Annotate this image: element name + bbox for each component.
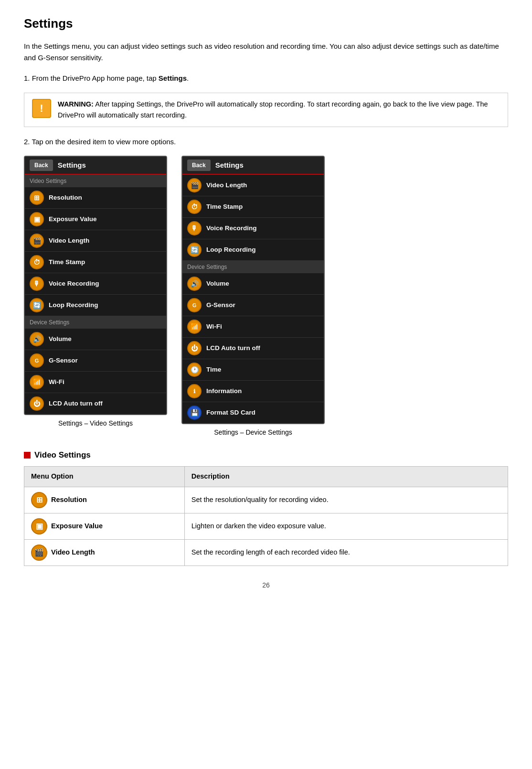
menu-item-volume-left[interactable]: 🔊 Volume [25,329,166,350]
video-length-label: Video Length [51,547,95,558]
loop-icon-right: 🔄 [187,243,202,257]
menu-item-voice[interactable]: 🎙 Voice Recording [25,273,166,295]
menu-item-wifi-left[interactable]: 📶 Wi-Fi [25,372,166,393]
menu-item-exposure[interactable]: ▣ Exposure Value [25,209,166,230]
menu-label-gsensor-right: G-Sensor [206,300,235,310]
menu-label-volume-left: Volume [49,334,72,344]
menu-label-exposure: Exposure Value [49,214,97,224]
menu-item-voice-right[interactable]: 🎙 Voice Recording [182,218,324,239]
device-screen-left: Back Settings Video Settings ⊞ Resolutio… [24,156,167,415]
menu-label-format-sd: Format SD Card [206,408,255,417]
exposure-icon: ▣ [30,212,44,226]
screen-title-left: Settings [58,160,86,171]
section-label-video: Video Settings [25,175,166,187]
menu-item-lcd-right[interactable]: ⏻ LCD Auto turn off [182,338,324,359]
lcd-icon-left: ⏻ [30,396,44,411]
device-screen-right: Back Settings 🎬 Video Length ⏱ Time Stam… [181,156,325,424]
menu-label-video-length-right: Video Length [206,181,247,190]
page-title: Settings [24,14,508,33]
exposure-table-icon: ▣ [31,518,47,534]
menu-item-information-right[interactable]: ℹ Information [182,381,324,402]
table-cell-exposure: ▣ Exposure Value [31,518,178,534]
video-length-table-icon: 🎬 [31,545,47,561]
red-square-icon [24,452,31,459]
video-length-icon-right: 🎬 [187,178,202,192]
step-2: 2. Tap on the desired item to view more … [24,137,508,148]
menu-label-volume-right: Volume [206,279,229,288]
caption-left: Settings – Video Settings [58,418,133,428]
table-cell-resolution: ⊞ Resolution [31,492,178,508]
table-row-exposure: ▣ Exposure Value Lighten or darken the v… [24,513,508,539]
screenshots-row: Back Settings Video Settings ⊞ Resolutio… [24,156,508,438]
timestamp-icon: ⏱ [30,255,44,269]
step-1: 1. From the DrivePro App home page, tap … [24,73,508,84]
menu-label-loop-right: Loop Recording [206,245,256,255]
menu-label-resolution: Resolution [49,193,82,203]
menu-label-time-right: Time [206,365,221,374]
back-button-left[interactable]: Back [30,160,53,171]
section-label-device-right: Device Settings [182,261,324,273]
menu-label-wifi-right: Wi-Fi [206,322,222,331]
video-settings-heading: Video Settings [24,449,508,461]
menu-label-video-length: Video Length [49,236,89,246]
time-icon-right: 🕐 [187,363,202,377]
menu-item-resolution[interactable]: ⊞ Resolution [25,187,166,209]
screenshot-video-settings: Back Settings Video Settings ⊞ Resolutio… [24,156,167,438]
loop-icon: 🔄 [30,298,44,312]
menu-label-gsensor-left: G-Sensor [49,356,78,365]
menu-item-time-right[interactable]: 🕐 Time [182,359,324,381]
screen-header-left: Back Settings [25,157,166,175]
exposure-label: Exposure Value [51,521,103,532]
video-length-description: Set the recording length of each recorde… [184,539,508,566]
table-cell-video-length: 🎬 Video Length [31,545,178,561]
intro-text: In the Settings menu, you can adjust vid… [24,41,508,64]
resolution-description: Set the resolution/quality for recording… [184,487,508,513]
screenshot-device-settings: Back Settings 🎬 Video Length ⏱ Time Stam… [181,156,325,438]
voice-icon: 🎙 [30,277,44,291]
menu-label-lcd-left: LCD Auto turn off [49,399,103,408]
menu-label-lcd-right: LCD Auto turn off [206,343,260,353]
menu-label-timestamp: Time Stamp [49,257,85,267]
format-sd-icon: 💾 [187,406,202,420]
timestamp-icon-right: ⏱ [187,200,202,214]
menu-label-voice: Voice Recording [49,279,99,288]
exposure-description: Lighten or darken the video exposure val… [184,513,508,539]
menu-label-wifi-left: Wi-Fi [49,377,64,387]
volume-icon-left: 🔊 [30,332,44,346]
menu-label-loop: Loop Recording [49,300,98,310]
settings-table: Menu Option Description ⊞ Resolution Set… [24,466,508,566]
gsensor-icon-right: G [187,298,202,312]
menu-item-gsensor-right[interactable]: G G-Sensor [182,295,324,316]
menu-item-timestamp[interactable]: ⏱ Time Stamp [25,252,166,273]
menu-label-voice-right: Voice Recording [206,224,257,233]
volume-icon-right: 🔊 [187,277,202,291]
voice-icon-right: 🎙 [187,221,202,235]
resolution-label: Resolution [51,495,87,505]
menu-item-volume-right[interactable]: 🔊 Volume [182,273,324,295]
section-label-device-left: Device Settings [25,316,166,329]
information-icon-right: ℹ [187,384,202,398]
menu-label-timestamp-right: Time Stamp [206,202,243,212]
menu-item-loop[interactable]: 🔄 Loop Recording [25,295,166,316]
wifi-icon-left: 📶 [30,375,44,389]
menu-item-gsensor-left[interactable]: G G-Sensor [25,350,166,372]
gsensor-icon-left: G [30,353,44,368]
back-button-right[interactable]: Back [187,160,211,171]
warning-box: ! WARNING: After tapping Settings, the D… [24,93,508,127]
screen-header-right: Back Settings [182,157,324,175]
table-col-menu-option: Menu Option [24,466,185,487]
lcd-icon-right: ⏻ [187,341,202,355]
menu-item-video-length[interactable]: 🎬 Video Length [25,230,166,252]
menu-item-lcd-left[interactable]: ⏻ LCD Auto turn off [25,393,166,414]
table-row-resolution: ⊞ Resolution Set the resolution/quality … [24,487,508,513]
table-row-video-length: 🎬 Video Length Set the recording length … [24,539,508,566]
menu-item-wifi-right[interactable]: 📶 Wi-Fi [182,316,324,338]
menu-item-format-sd[interactable]: 💾 Format SD Card [182,402,324,423]
menu-item-video-length-right[interactable]: 🎬 Video Length [182,175,324,196]
warning-text: WARNING: After tapping Settings, the Dri… [58,99,500,121]
resolution-table-icon: ⊞ [31,492,47,508]
resolution-icon: ⊞ [30,191,44,205]
caption-right: Settings – Device Settings [214,427,292,438]
menu-item-loop-right[interactable]: 🔄 Loop Recording [182,239,324,261]
menu-item-timestamp-right[interactable]: ⏱ Time Stamp [182,196,324,218]
